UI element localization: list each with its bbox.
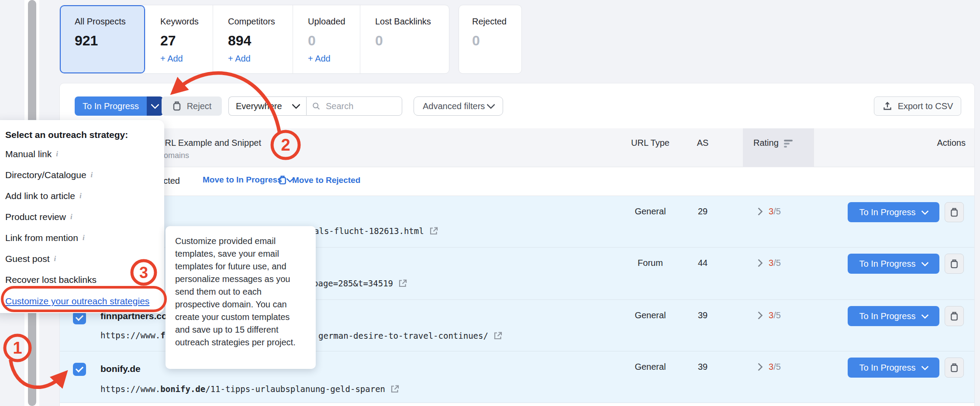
menu-item-directory-catalogue[interactable]: Directory/Catalogue i — [5, 165, 164, 186]
customize-outreach-strategies-link[interactable]: Customize your outreach strategies — [5, 290, 164, 312]
row-reject-button[interactable] — [945, 358, 964, 378]
row-to-in-progress-button[interactable]: To In Progress — [848, 306, 939, 326]
external-link-icon[interactable] — [493, 330, 503, 341]
search-field — [306, 96, 402, 116]
tab-count: 27 — [160, 33, 213, 49]
tab-count: 921 — [75, 33, 145, 49]
reject-label: Reject — [187, 101, 212, 111]
url-type-value: General — [622, 310, 678, 320]
as-value: 39 — [685, 310, 720, 320]
link-building-prospects-page: All Prospects 921 Keywords 27 + Add Comp… — [0, 0, 980, 406]
tab-all-prospects[interactable]: All Prospects 921 — [60, 5, 145, 73]
url-text: als-flucht-182613.html — [314, 226, 424, 236]
menu-item-link-from-mention[interactable]: Link from mention i — [5, 227, 164, 248]
info-icon[interactable]: i — [54, 255, 56, 263]
row-action-label: To In Progress — [859, 363, 916, 373]
tab-uploaded[interactable]: Uploaded 0 + Add — [293, 5, 360, 73]
chevron-down-icon — [921, 363, 929, 371]
tab-label: Competitors — [228, 17, 293, 27]
menu-item-product-review[interactable]: Product review i — [5, 206, 164, 227]
info-icon[interactable]: i — [56, 150, 58, 158]
row-to-in-progress-button[interactable]: To In Progress — [848, 254, 939, 274]
menu-item-recover-lost-backlinks[interactable]: Recover lost backlinks — [5, 269, 164, 290]
bulk-action-caret-button[interactable] — [147, 96, 163, 116]
chevron-right-icon — [755, 363, 763, 371]
info-icon[interactable]: i — [79, 192, 82, 200]
chevron-right-icon — [755, 259, 763, 267]
row-to-in-progress-button[interactable]: To In Progress — [848, 358, 939, 378]
row-to-in-progress-button[interactable]: To In Progress — [848, 202, 939, 222]
menu-item-manual-link[interactable]: Manual link i — [5, 144, 164, 165]
tab-lost-backlinks[interactable]: Lost Backlinks 0 — [360, 5, 449, 73]
rating-cell[interactable]: 3/5 — [756, 258, 781, 268]
chevron-right-icon — [755, 311, 763, 319]
move-to-rejected-link[interactable]: Move to Rejected — [278, 175, 360, 185]
prospect-url-tail: german-desire-to-travel-continues/ — [318, 330, 503, 341]
add-uploaded-link[interactable]: + Add — [308, 54, 331, 64]
export-icon — [882, 101, 893, 111]
reject-button[interactable]: Reject — [162, 96, 222, 116]
menu-item-label: Manual link — [5, 149, 52, 159]
rating-cell[interactable]: 3/5 — [756, 310, 781, 320]
export-to-csv-button[interactable]: Export to CSV — [874, 96, 961, 116]
info-icon[interactable]: i — [70, 213, 72, 221]
bulk-to-in-progress-split-button: To In Progress — [75, 96, 163, 116]
tab-count: 0 — [472, 33, 521, 49]
sort-descending-icon — [784, 140, 793, 148]
search-scope-dropdown[interactable]: Everywhere — [228, 96, 306, 116]
menu-item-guest-post[interactable]: Guest post i — [5, 248, 164, 269]
external-link-icon[interactable] — [428, 226, 439, 236]
column-rating-sort[interactable]: Rating — [753, 138, 793, 148]
bulk-to-in-progress-button[interactable]: To In Progress — [75, 96, 147, 116]
trash-icon — [950, 363, 959, 373]
menu-item-add-link-to-article[interactable]: Add link to article i — [5, 186, 164, 206]
info-icon[interactable]: i — [83, 234, 85, 242]
rating-value: 3/5 — [769, 258, 781, 268]
selection-action-bar: selected Move to In Progress Move to Rej… — [60, 167, 974, 196]
menu-item-label: Add link to article — [5, 191, 75, 201]
advanced-filters-button[interactable]: Advanced filters — [414, 96, 503, 116]
chevron-down-icon — [921, 208, 929, 215]
tab-keywords[interactable]: Keywords 27 + Add — [145, 5, 213, 73]
search-input[interactable] — [325, 101, 397, 112]
row-checkbox[interactable] — [73, 363, 86, 376]
url-text: https://www.fin — [100, 330, 176, 340]
add-competitors-link[interactable]: + Add — [228, 54, 251, 64]
step-number: 1 — [13, 339, 22, 357]
row-action-label: To In Progress — [859, 259, 916, 269]
rating-cell[interactable]: 3/5 — [756, 362, 781, 372]
tab-rejected[interactable]: Rejected 0 — [459, 5, 522, 74]
tab-competitors[interactable]: Competitors 894 + Add — [213, 5, 293, 73]
row-reject-button[interactable] — [945, 202, 964, 222]
column-url-example: URL Example and Snippet — [159, 138, 261, 148]
prospect-url: page=285&t=34519 — [313, 278, 408, 289]
trash-icon — [172, 101, 182, 111]
column-actions: Actions — [937, 138, 966, 148]
url-type-value: General — [622, 206, 678, 217]
column-rating-label: Rating — [753, 138, 779, 148]
outreach-strategy-menu: Select an outreach strategy: Manual link… — [0, 120, 164, 313]
chevron-down-icon — [921, 259, 929, 267]
external-link-icon[interactable] — [397, 278, 408, 289]
row-checkbox[interactable] — [73, 311, 86, 324]
row-action-label: To In Progress — [859, 207, 916, 217]
customize-strategies-tooltip: Customize provided email templates, save… — [166, 226, 316, 369]
bulk-action-label: To In Progress — [83, 101, 139, 111]
row-reject-button[interactable] — [945, 254, 964, 274]
chevron-down-icon — [292, 100, 300, 109]
add-keywords-link[interactable]: + Add — [160, 54, 183, 64]
trash-icon — [278, 175, 287, 185]
external-link-icon[interactable] — [390, 384, 400, 394]
info-icon[interactable]: i — [91, 171, 93, 179]
as-value: 29 — [685, 206, 720, 217]
row-reject-button[interactable] — [945, 306, 964, 326]
tab-count: 0 — [375, 33, 449, 49]
rating-cell[interactable]: 3/5 — [756, 206, 781, 217]
url-text: https://www.bonify.de/11-tipps-urlaubspl… — [100, 384, 385, 394]
export-label: Export to CSV — [898, 101, 953, 111]
prospect-domain: bonify.de — [100, 364, 141, 374]
rating-value: 3/5 — [769, 310, 781, 320]
tab-label: All Prospects — [75, 17, 145, 27]
advanced-filters-label: Advanced filters — [423, 101, 485, 111]
tab-count: 0 — [308, 33, 360, 49]
